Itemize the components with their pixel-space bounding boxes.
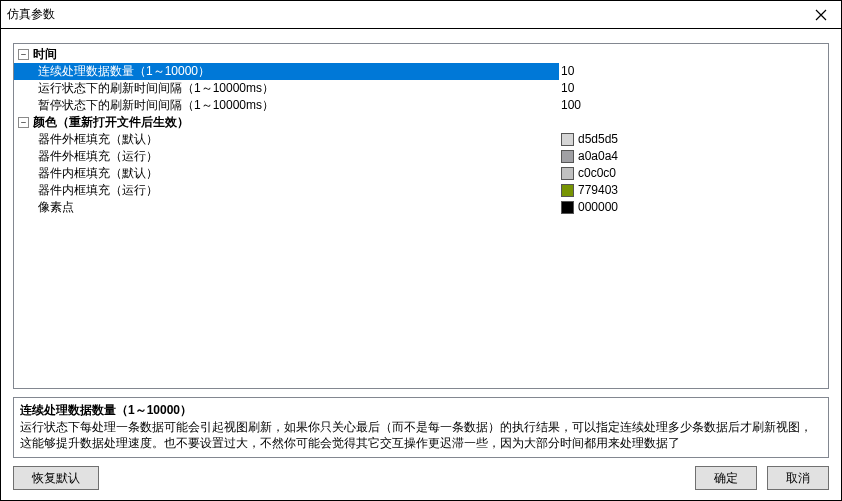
prop-value: c0c0c0: [578, 165, 616, 182]
prop-label: 运行状态下的刷新时间间隔（1～10000ms）: [38, 80, 274, 97]
color-swatch[interactable]: [561, 201, 574, 214]
prop-label: 像素点: [38, 199, 74, 216]
prop-cont-count[interactable]: 连续处理数据数量（1～10000） 10: [14, 63, 828, 80]
prop-outer-fill-default[interactable]: 器件外框填充（默认） d5d5d5: [14, 131, 828, 148]
group-color-label: 颜色（重新打开文件后生效）: [33, 114, 189, 131]
help-text: 运行状态下每处理一条数据可能会引起视图刷新，如果你只关心最后（而不是每一条数据）…: [20, 419, 822, 451]
ok-button[interactable]: 确定: [695, 466, 757, 490]
prop-label: 器件外框填充（默认）: [38, 131, 158, 148]
help-title: 连续处理数据数量（1～10000）: [20, 402, 822, 418]
help-box: 连续处理数据数量（1～10000） 运行状态下每处理一条数据可能会引起视图刷新，…: [13, 397, 829, 458]
prop-value: a0a0a4: [578, 148, 618, 165]
prop-value: 779403: [578, 182, 618, 199]
prop-label: 暂停状态下的刷新时间间隔（1～10000ms）: [38, 97, 274, 114]
button-row: 恢复默认 确定 取消: [13, 466, 829, 490]
prop-label: 器件外框填充（运行）: [38, 148, 158, 165]
cancel-button[interactable]: 取消: [767, 466, 829, 490]
color-swatch[interactable]: [561, 150, 574, 163]
prop-pixel[interactable]: 像素点 000000: [14, 199, 828, 216]
prop-value: d5d5d5: [578, 131, 618, 148]
prop-label: 器件内框填充（默认）: [38, 165, 158, 182]
close-icon: [815, 9, 827, 21]
collapse-icon[interactable]: −: [18, 49, 29, 60]
group-time[interactable]: − 时间: [14, 46, 828, 63]
group-time-label: 时间: [33, 46, 57, 63]
prop-label: 器件内框填充（运行）: [38, 182, 158, 199]
window-title: 仿真参数: [7, 6, 55, 23]
prop-value[interactable]: 10: [561, 63, 574, 80]
prop-inner-fill-default[interactable]: 器件内框填充（默认） c0c0c0: [14, 165, 828, 182]
collapse-icon[interactable]: −: [18, 117, 29, 128]
title-bar: 仿真参数: [1, 1, 841, 29]
color-swatch[interactable]: [561, 167, 574, 180]
prop-run-refresh[interactable]: 运行状态下的刷新时间间隔（1～10000ms） 10: [14, 80, 828, 97]
color-swatch[interactable]: [561, 133, 574, 146]
close-button[interactable]: [801, 1, 841, 28]
property-grid: − 时间 连续处理数据数量（1～10000） 10 运行状态下的刷新时间间隔（1…: [13, 43, 829, 389]
prop-pause-refresh[interactable]: 暂停状态下的刷新时间间隔（1～10000ms） 100: [14, 97, 828, 114]
prop-value[interactable]: 100: [561, 97, 581, 114]
prop-label: 连续处理数据数量（1～10000）: [38, 63, 210, 80]
dialog-content: − 时间 连续处理数据数量（1～10000） 10 运行状态下的刷新时间间隔（1…: [1, 29, 841, 500]
color-swatch[interactable]: [561, 184, 574, 197]
prop-value[interactable]: 10: [561, 80, 574, 97]
restore-defaults-button[interactable]: 恢复默认: [13, 466, 99, 490]
prop-value: 000000: [578, 199, 618, 216]
prop-inner-fill-run[interactable]: 器件内框填充（运行） 779403: [14, 182, 828, 199]
prop-outer-fill-run[interactable]: 器件外框填充（运行） a0a0a4: [14, 148, 828, 165]
group-color[interactable]: − 颜色（重新打开文件后生效）: [14, 114, 828, 131]
